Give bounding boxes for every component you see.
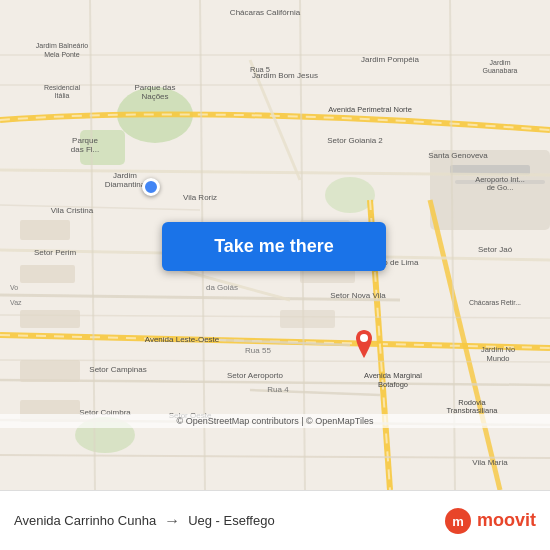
svg-rect-58	[20, 220, 70, 240]
svg-text:de Go...: de Go...	[487, 183, 514, 192]
svg-rect-65	[280, 310, 335, 328]
svg-text:Rua 5: Rua 5	[250, 65, 270, 74]
svg-text:Avenida Leste-Oeste: Avenida Leste-Oeste	[145, 335, 220, 344]
svg-text:das Fl...: das Fl...	[71, 145, 99, 154]
destination-label: Ueg - Eseffego	[188, 513, 274, 528]
map-attribution: © OpenStreetMap contributors | © OpenMap…	[0, 414, 550, 428]
origin-label: Avenida Carrinho Cunha	[14, 513, 156, 528]
moovit-icon: m	[444, 507, 472, 535]
svg-text:Avenida Perimetral Norte: Avenida Perimetral Norte	[328, 105, 412, 114]
svg-text:Setor Nova Vila: Setor Nova Vila	[330, 291, 386, 300]
svg-text:Botafogo: Botafogo	[378, 380, 408, 389]
svg-text:Parque: Parque	[72, 136, 98, 145]
destination-pin	[352, 330, 376, 360]
svg-text:Vila Maria: Vila Maria	[472, 458, 508, 467]
svg-text:Chácaras Califórnia: Chácaras Califórnia	[230, 8, 301, 17]
svg-text:Vaz: Vaz	[10, 299, 22, 306]
svg-text:Setor Jaó: Setor Jaó	[478, 245, 513, 254]
svg-rect-61	[20, 360, 80, 382]
svg-text:Parque das: Parque das	[135, 83, 176, 92]
svg-text:Setor Aeroporto: Setor Aeroporto	[227, 371, 284, 380]
route-arrow-icon: →	[164, 512, 180, 530]
svg-text:Nações: Nações	[141, 92, 168, 101]
svg-text:Vo: Vo	[10, 284, 18, 291]
svg-text:Setor Campinas: Setor Campinas	[89, 365, 146, 374]
svg-text:da Goiás: da Goiás	[206, 283, 238, 292]
svg-text:Avenida Marginal: Avenida Marginal	[364, 371, 422, 380]
svg-text:Residencial: Residencial	[44, 84, 81, 91]
svg-text:Mundo: Mundo	[487, 354, 510, 363]
svg-text:Rua 4: Rua 4	[267, 385, 289, 394]
svg-text:Chácaras Retir...: Chácaras Retir...	[469, 299, 521, 306]
moovit-brand-name: moovit	[477, 510, 536, 531]
svg-text:Jardim Balneário: Jardim Balneário	[36, 42, 89, 49]
svg-text:Setor Goiania 2: Setor Goiania 2	[327, 136, 383, 145]
svg-text:Mela Ponte: Mela Ponte	[44, 51, 80, 58]
svg-text:Rua 55: Rua 55	[245, 346, 271, 355]
svg-text:Santa Genoveva: Santa Genoveva	[428, 151, 488, 160]
svg-text:Jardim No: Jardim No	[481, 345, 515, 354]
user-location-dot	[142, 178, 160, 196]
svg-rect-59	[20, 265, 75, 283]
svg-text:Diamantina: Diamantina	[105, 180, 146, 189]
svg-text:Jardim: Jardim	[113, 171, 137, 180]
svg-point-4	[325, 177, 375, 213]
svg-text:Vila Cristina: Vila Cristina	[51, 206, 94, 215]
moovit-logo: m moovit	[444, 507, 536, 535]
svg-text:Jardim: Jardim	[489, 59, 510, 66]
svg-text:Jardim Pompéia: Jardim Pompéia	[361, 55, 419, 64]
svg-text:Itália: Itália	[55, 92, 70, 99]
svg-text:Setor Perim: Setor Perim	[34, 248, 77, 257]
bottom-bar: Avenida Carrinho Cunha → Ueg - Eseffego …	[0, 490, 550, 550]
svg-text:m: m	[452, 514, 464, 529]
map-container: Chácaras Califórnia Jardim Balneário Mel…	[0, 0, 550, 490]
svg-rect-60	[20, 310, 80, 328]
svg-text:Vila Roriz: Vila Roriz	[183, 193, 217, 202]
take-me-there-button[interactable]: Take me there	[162, 222, 386, 271]
svg-point-66	[360, 334, 368, 342]
route-info: Avenida Carrinho Cunha → Ueg - Eseffego	[14, 512, 444, 530]
svg-text:Guanabara: Guanabara	[482, 67, 517, 74]
